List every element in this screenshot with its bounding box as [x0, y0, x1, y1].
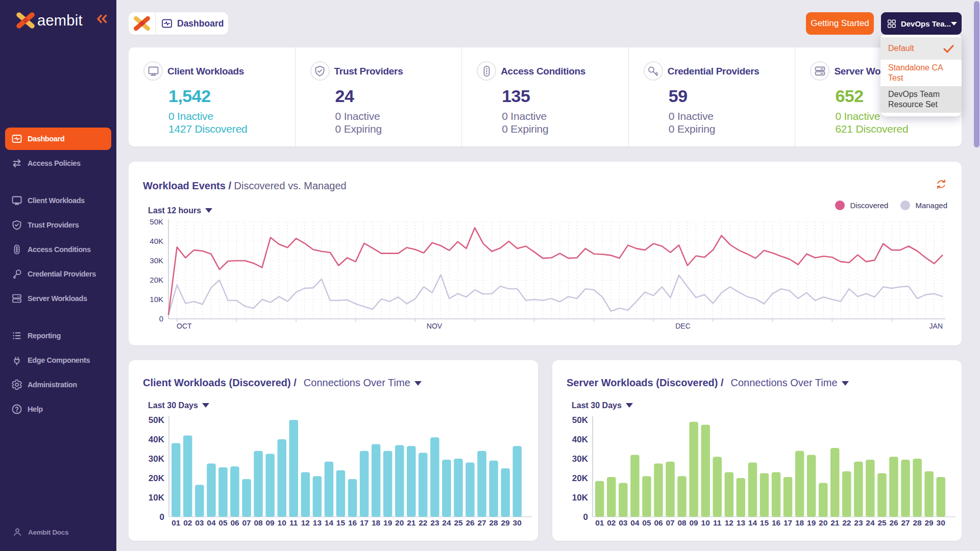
svg-text:09: 09 [265, 518, 275, 527]
svg-text:OCT: OCT [177, 322, 192, 330]
svg-text:08: 08 [677, 518, 687, 527]
svg-text:15: 15 [760, 518, 769, 527]
svg-text:20K: 20K [150, 276, 163, 284]
svg-text:27: 27 [901, 518, 910, 527]
svg-text:08: 08 [254, 518, 263, 527]
svg-text:22: 22 [419, 518, 427, 527]
svg-text:25: 25 [454, 518, 463, 527]
svg-text:0: 0 [160, 512, 164, 522]
svg-text:24: 24 [866, 518, 875, 527]
svg-text:20K: 20K [572, 473, 589, 483]
svg-text:06: 06 [230, 518, 239, 527]
svg-text:29: 29 [501, 518, 510, 527]
svg-text:0: 0 [583, 512, 588, 522]
svg-text:14: 14 [748, 518, 757, 527]
svg-text:04: 04 [207, 518, 216, 527]
svg-text:21: 21 [407, 518, 416, 527]
svg-text:13: 13 [737, 518, 746, 527]
svg-text:14: 14 [325, 518, 334, 527]
svg-text:27: 27 [477, 518, 486, 527]
svg-text:26: 26 [889, 518, 898, 527]
svg-text:30K: 30K [572, 454, 589, 464]
svg-text:04: 04 [630, 518, 640, 527]
svg-text:18: 18 [372, 518, 381, 527]
svg-text:40K: 40K [572, 435, 589, 444]
svg-text:17: 17 [783, 518, 792, 527]
svg-text:25: 25 [877, 518, 887, 527]
svg-text:30K: 30K [150, 256, 163, 265]
svg-text:19: 19 [807, 518, 816, 527]
svg-text:03: 03 [195, 518, 204, 527]
svg-text:28: 28 [489, 518, 498, 527]
svg-text:0: 0 [159, 314, 163, 323]
svg-text:10K: 10K [150, 295, 163, 304]
svg-text:23: 23 [430, 518, 439, 527]
svg-text:19: 19 [383, 518, 393, 527]
svg-text:10K: 10K [149, 493, 165, 503]
svg-text:07: 07 [666, 518, 674, 527]
svg-text:13: 13 [313, 518, 322, 527]
svg-text:50K: 50K [150, 217, 163, 226]
svg-text:12: 12 [725, 518, 733, 527]
svg-text:29: 29 [924, 518, 934, 527]
svg-text:30: 30 [937, 518, 945, 527]
svg-text:40K: 40K [150, 237, 163, 245]
svg-text:16: 16 [348, 518, 357, 527]
svg-text:18: 18 [795, 518, 804, 527]
svg-text:22: 22 [842, 518, 851, 527]
svg-text:20: 20 [819, 518, 827, 527]
svg-text:16: 16 [772, 518, 781, 527]
svg-text:30: 30 [513, 518, 522, 527]
svg-text:07: 07 [242, 518, 251, 527]
svg-text:20: 20 [395, 518, 404, 527]
svg-text:10K: 10K [572, 493, 589, 503]
svg-text:30K: 30K [149, 454, 165, 464]
svg-text:DEC: DEC [675, 322, 691, 330]
svg-text:01: 01 [172, 518, 181, 527]
svg-text:21: 21 [830, 518, 840, 527]
svg-text:NOV: NOV [427, 322, 443, 330]
svg-text:02: 02 [607, 518, 616, 527]
svg-text:02: 02 [183, 518, 192, 527]
svg-text:26: 26 [465, 518, 475, 527]
svg-text:50K: 50K [149, 415, 165, 425]
svg-text:10: 10 [701, 518, 710, 527]
svg-text:23: 23 [854, 518, 863, 527]
svg-text:20K: 20K [149, 473, 165, 483]
svg-text:15: 15 [336, 518, 346, 527]
svg-text:10: 10 [278, 518, 286, 527]
svg-text:11: 11 [289, 518, 298, 527]
svg-text:01: 01 [595, 518, 604, 527]
svg-text:06: 06 [654, 518, 663, 527]
svg-text:50K: 50K [572, 415, 589, 425]
svg-text:05: 05 [218, 518, 228, 527]
svg-text:JAN: JAN [929, 322, 943, 330]
svg-text:11: 11 [713, 518, 722, 527]
svg-text:28: 28 [913, 518, 922, 527]
svg-text:12: 12 [301, 518, 310, 527]
svg-text:09: 09 [689, 518, 698, 527]
svg-text:03: 03 [619, 518, 628, 527]
svg-text:40K: 40K [149, 435, 165, 444]
svg-text:17: 17 [360, 518, 369, 527]
svg-text:05: 05 [642, 518, 651, 527]
svg-text:24: 24 [442, 518, 451, 527]
